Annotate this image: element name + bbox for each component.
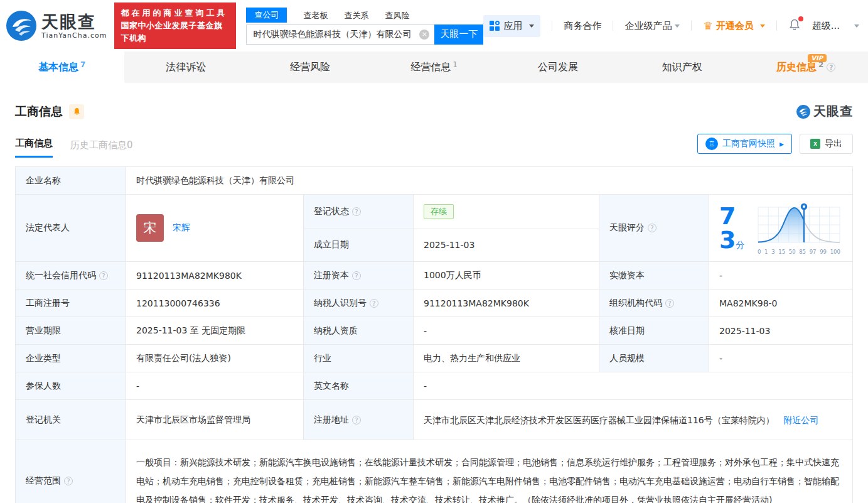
section-title: 工商信息 xyxy=(15,104,63,120)
approval-date-value: 2025-11-03 xyxy=(709,317,853,345)
table-row: 企业类型 有限责任公司(法人独资) 行业 电力、热力生产和供应业 人员规模 - xyxy=(16,345,853,372)
notifications-bell-icon[interactable] xyxy=(788,18,801,33)
tianyancha-logo[interactable]: 天眼查 TianYanCha.com xyxy=(6,11,107,41)
score-label: 天眼评分 xyxy=(609,222,645,234)
help-icon[interactable]: ? xyxy=(99,271,108,280)
search-tab-risk[interactable]: 查风险 xyxy=(385,9,409,23)
subtab-business-registration[interactable]: 工商信息 xyxy=(15,138,53,158)
field-label: 纳税人资质 xyxy=(304,317,414,345)
excel-icon: x xyxy=(810,139,820,149)
business-scope-text: 一般项目：新兴能源技术研发；新能源汽车换电设施销售；在线能源计量技术研发；合同能… xyxy=(136,453,842,503)
table-row: 工商注册号 120113000746336 纳税人识别号? 91120113MA… xyxy=(16,289,853,317)
company-type-value: 有限责任公司(法人独资) xyxy=(126,345,304,372)
user-menu[interactable]: 超级... xyxy=(812,20,840,32)
reg-address-cell: 天津市北辰区天津北辰经济技术开发区医药医疗器械工业园津保辅道116号（宝莱特院内… xyxy=(414,400,853,440)
help-icon[interactable]: ? xyxy=(64,477,73,485)
tab-basic-info[interactable]: 基本信息 7 xyxy=(0,51,124,83)
table-row: 经营范围? 一般项目：新兴能源技术研发；新能源汽车换电设施销售；在线能源计量技术… xyxy=(16,440,853,503)
reg-status-label: 登记状态 xyxy=(314,206,349,217)
tab-intellectual-property[interactable]: 知识产权 xyxy=(620,51,744,83)
field-label: 实缴资本 xyxy=(599,262,709,289)
help-icon[interactable]: ? xyxy=(665,299,674,308)
help-icon[interactable]: ? xyxy=(352,416,361,425)
field-label: 经营范围? xyxy=(16,440,126,503)
taxpayer-quality-value: - xyxy=(414,317,599,345)
tab-history-info[interactable]: VIP 历史信息 2 ? xyxy=(744,51,868,83)
tab-operational-risk[interactable]: 经营风险 xyxy=(248,51,372,83)
nearby-companies-link[interactable]: 附近公司 xyxy=(783,415,818,425)
monitor-bell-icon[interactable] xyxy=(69,104,84,119)
search-tab-boss[interactable]: 查老板 xyxy=(303,9,328,23)
field-label: 工商注册号 xyxy=(16,289,126,317)
avatar[interactable]: 宋 xyxy=(136,214,164,242)
search-tab-relation[interactable]: 查关系 xyxy=(344,9,368,23)
status-badge: 存续 xyxy=(424,204,454,219)
help-icon[interactable]: ? xyxy=(352,271,361,280)
clear-search-icon[interactable]: × xyxy=(419,30,429,40)
tab-business-info[interactable]: 经营信息 1 xyxy=(372,51,496,83)
field-label: 参保人数 xyxy=(16,372,126,400)
reg-status-value: 存续 xyxy=(414,195,599,229)
score-distribution-chart: 0131550859799100 xyxy=(757,201,841,255)
chevron-down-icon xyxy=(854,24,859,28)
table-row: 企业名称 时代骐骥绿色能源科技（天津）有限公司 xyxy=(16,167,853,195)
tab-legal-proceedings[interactable]: 法律诉讼 xyxy=(124,51,249,83)
help-icon[interactable]: ? xyxy=(648,224,656,232)
tab-label: 公司发展 xyxy=(538,61,578,74)
industry-value: 电力、热力生产和供应业 xyxy=(414,345,599,372)
snapshot-label: 工商官网快照 xyxy=(722,138,775,149)
search-button[interactable]: 天眼一下 xyxy=(434,24,483,45)
top-header: 天眼查 TianYanCha.com 都在用的商业查询工具 国家中小企业发展子基… xyxy=(0,0,868,51)
table-row: 法定代表人 宋 宋辉 登记状态? 存续 天眼评分? 73分 xyxy=(16,195,853,229)
vip-badge: VIP xyxy=(808,54,827,62)
help-icon[interactable]: ? xyxy=(827,63,835,72)
stamp-icon: ♖ xyxy=(705,138,718,150)
establish-date-value: 2025-11-03 xyxy=(414,229,599,261)
field-label: 注册地址? xyxy=(304,400,414,440)
org-code-value: MA82MK98-0 xyxy=(709,289,853,317)
field-label: 核准日期 xyxy=(599,317,709,345)
chevron-down-icon xyxy=(675,24,680,28)
tab-label: 经营风险 xyxy=(290,61,330,74)
field-label: 天眼评分? xyxy=(599,195,709,262)
official-snapshot-button[interactable]: ♖ 工商官网快照 ▸ xyxy=(697,134,792,154)
apps-menu[interactable]: 应用 xyxy=(483,15,540,37)
business-term-value: 2025-11-03 至 无固定期限 xyxy=(126,317,304,345)
insured-count-value: - xyxy=(126,372,304,400)
nav-enterprise-products[interactable]: 企业级产品 xyxy=(624,20,680,32)
brand-domain: TianYanCha.com xyxy=(41,31,107,40)
tianyancha-logo-icon xyxy=(6,11,36,41)
legal-rep-link[interactable]: 宋辉 xyxy=(173,222,190,234)
search-input[interactable] xyxy=(253,30,419,40)
chart-x-ticks: 0131550859799100 xyxy=(757,249,841,255)
export-button[interactable]: x 导出 xyxy=(800,134,853,154)
tab-label: 基本信息 xyxy=(38,61,78,74)
subtab-history-registration[interactable]: 历史工商信息0 xyxy=(70,139,133,158)
tab-count: 1 xyxy=(453,60,458,69)
business-scope-value: 一般项目：新兴能源技术研发；新能源汽车换电设施销售；在线能源计量技术研发；合同能… xyxy=(126,440,853,503)
chevron-down-icon xyxy=(760,24,765,28)
score-unit: 分 xyxy=(736,240,744,250)
tab-company-development[interactable]: 公司发展 xyxy=(496,51,620,83)
nav-business-cooperation[interactable]: 商务合作 xyxy=(564,20,601,32)
credit-code-value: 91120113MA82MK980K xyxy=(126,262,304,289)
vip-label: 开通会员 xyxy=(716,20,754,32)
chevron-down-icon xyxy=(529,24,534,28)
divider xyxy=(552,21,552,31)
reg-address-value: 天津市北辰区天津北辰经济技术开发区医药医疗器械工业园津保辅道116号（宝莱特院内… xyxy=(424,415,774,425)
help-icon[interactable]: ? xyxy=(370,299,378,308)
tab-count: 7 xyxy=(80,60,85,69)
apps-label: 应用 xyxy=(503,20,522,32)
help-icon[interactable]: ? xyxy=(352,207,361,216)
search-tab-company[interactable]: 查公司 xyxy=(246,8,287,23)
field-label: 成立日期 xyxy=(304,229,414,261)
score-value: 73 xyxy=(719,202,736,254)
field-label: 纳税人识别号? xyxy=(304,289,414,317)
field-label: 登记状态? xyxy=(304,195,414,229)
taxpayer-id-value: 91120113MA82MK980K xyxy=(414,289,599,317)
staff-size-value: - xyxy=(709,345,853,372)
field-label: 企业名称 xyxy=(16,167,126,195)
field-label: 统一社会信用代码? xyxy=(16,262,126,289)
field-label: 法定代表人 xyxy=(16,195,126,262)
open-vip-button[interactable]: ♛ 开通会员 xyxy=(703,19,764,32)
